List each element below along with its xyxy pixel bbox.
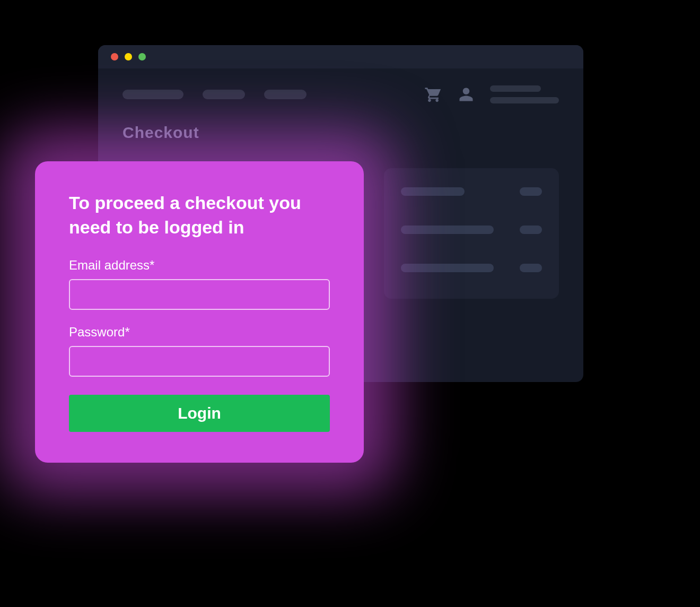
summary-item-title-placeholder	[401, 264, 494, 272]
summary-item-title-placeholder	[401, 187, 465, 196]
close-traffic-light[interactable]	[111, 53, 118, 60]
login-popup: To proceed a checkout you need to be log…	[35, 161, 364, 463]
login-button[interactable]: Login	[69, 395, 330, 432]
password-label: Password*	[69, 325, 330, 340]
password-field-group: Password*	[69, 325, 330, 377]
user-icon[interactable]	[458, 86, 474, 102]
page-title: Checkout	[98, 111, 583, 142]
email-input[interactable]	[69, 279, 330, 310]
nav-item-placeholder[interactable]	[122, 90, 183, 99]
cart-icon[interactable]	[424, 85, 442, 103]
summary-item-price-placeholder	[520, 264, 542, 272]
email-field-group: Email address*	[69, 258, 330, 310]
summary-item-title-placeholder	[401, 226, 494, 234]
summary-item	[401, 187, 542, 203]
login-heading: To proceed a checkout you need to be log…	[69, 191, 330, 240]
summary-item-price-placeholder	[520, 226, 542, 234]
order-summary-panel	[384, 168, 559, 299]
minimize-traffic-light[interactable]	[125, 53, 132, 60]
summary-item	[401, 226, 542, 241]
email-label: Email address*	[69, 258, 330, 273]
maximize-traffic-light[interactable]	[138, 53, 146, 60]
account-info-placeholder	[490, 85, 559, 103]
password-input[interactable]	[69, 346, 330, 377]
nav-item-placeholder[interactable]	[264, 90, 307, 99]
summary-item-price-placeholder	[520, 187, 542, 196]
window-titlebar	[98, 45, 583, 68]
summary-item	[401, 264, 542, 280]
top-nav	[98, 68, 583, 111]
nav-item-placeholder[interactable]	[203, 90, 245, 99]
